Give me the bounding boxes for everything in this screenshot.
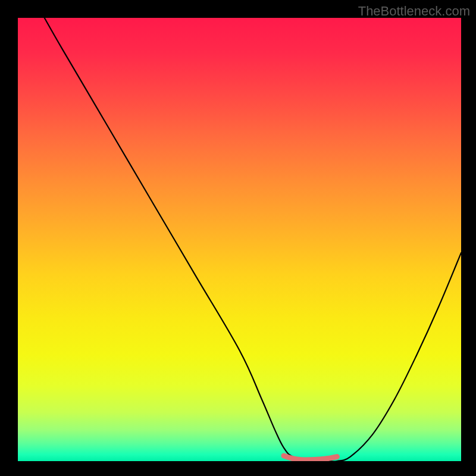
chart-main-curve — [45, 18, 461, 461]
chart-plot-area — [18, 18, 461, 461]
chart-svg — [18, 18, 461, 461]
watermark-label: TheBottleneck.com — [358, 4, 470, 19]
chart-highlight-curve — [284, 456, 337, 460]
